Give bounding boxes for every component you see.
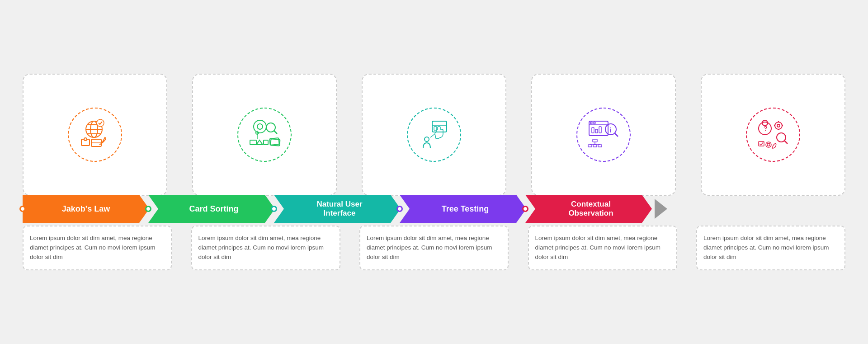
svg-line-34: [615, 133, 618, 137]
dot-jakobs-law: [19, 206, 26, 212]
svg-point-28: [590, 122, 592, 124]
arrow-label-jakobs-law: Jakob's Law: [62, 204, 110, 214]
card-natural-user-interface: [362, 74, 506, 196]
svg-line-25: [430, 134, 435, 137]
svg-point-11: [257, 124, 263, 129]
arrow-item-jakobs-law: Jakob's Law: [23, 195, 149, 223]
desc-card-tree-testing: Lorem ipsum dolor sit dim amet, mea regi…: [528, 226, 677, 270]
desc-card-natural-user-interface: Lorem ipsum dolor sit dim amet, mea regi…: [359, 226, 509, 270]
svg-rect-54: [759, 141, 764, 146]
icon-jakobs-law-svg: [77, 117, 113, 153]
svg-rect-32: [599, 127, 601, 133]
desc-text-tree-testing: Lorem ipsum dolor sit dim amet, mea regi…: [535, 235, 661, 260]
arrow-card-sorting: Card Sorting: [148, 195, 275, 223]
desc-text-jakobs-law: Lorem ipsum dolor sit dim amet, mea regi…: [30, 235, 156, 260]
card-jakobs-law: [23, 74, 167, 196]
card-card-sorting: [192, 74, 337, 196]
desc-card-card-sorting: Lorem ipsum dolor sit dim amet, mea regi…: [191, 226, 340, 270]
arrow-label-card-sorting: Card Sorting: [189, 204, 238, 214]
svg-line-53: [784, 141, 788, 144]
dot-natural-user-interface: [271, 206, 277, 212]
infographic: ?: [14, 74, 854, 270]
card-icon-card-sorting: [237, 108, 292, 162]
svg-rect-16: [264, 140, 268, 145]
svg-point-29: [594, 122, 595, 124]
card-tree-testing: [531, 74, 676, 196]
svg-rect-42: [598, 145, 602, 147]
desc-text-natural-user-interface: Lorem ipsum dolor sit dim amet, mea regi…: [367, 235, 492, 260]
svg-line-13: [274, 131, 277, 134]
svg-rect-37: [593, 139, 597, 142]
description-row: Lorem ipsum dolor sit dim amet, mea regi…: [14, 226, 854, 270]
arrow-item-natural-user-interface: Natural User Interface: [274, 195, 401, 223]
card-icon-jakobs-law: [68, 108, 122, 162]
svg-text:?: ?: [764, 125, 768, 132]
card-icon-natural-user-interface: [407, 108, 461, 162]
icon-tree-testing-svg: [585, 117, 622, 153]
timeline-row: Jakob's Law Card Sorting Natural User In…: [14, 195, 854, 223]
card-icon-contextual-observation: ?: [746, 108, 800, 162]
arrow-label-tree-testing: Tree Testing: [442, 204, 489, 214]
svg-point-56: [767, 143, 770, 146]
svg-marker-15: [256, 140, 263, 145]
svg-rect-40: [588, 145, 592, 147]
card-icon-tree-testing: [576, 108, 631, 162]
svg-point-55: [766, 142, 771, 147]
svg-rect-31: [595, 129, 598, 133]
svg-rect-41: [593, 145, 597, 147]
svg-point-24: [425, 137, 429, 141]
svg-point-10: [254, 120, 266, 133]
desc-card-jakobs-law: Lorem ipsum dolor sit dim amet, mea regi…: [23, 226, 172, 270]
arrow-natural-user-interface: Natural User Interface: [274, 195, 401, 223]
top-cards-row: ?: [14, 74, 854, 196]
desc-text-contextual-observation: Lorem ipsum dolor sit dim amet, mea regi…: [703, 235, 829, 260]
svg-point-5: [97, 119, 104, 127]
arrow-label-natural-user-interface: Natural User Interface: [316, 200, 362, 218]
svg-rect-14: [250, 140, 256, 145]
icon-contextual-observation-svg: ?: [755, 117, 791, 153]
dot-tree-testing: [396, 206, 403, 212]
desc-text-card-sorting: Lorem ipsum dolor sit dim amet, mea regi…: [198, 235, 324, 260]
svg-rect-23: [434, 127, 437, 130]
dot-card-sorting: [145, 206, 151, 212]
svg-point-46: [775, 122, 782, 129]
end-arrow: [655, 199, 667, 219]
icon-card-sorting-svg: [246, 117, 283, 153]
arrow-jakobs-law: Jakob's Law: [23, 195, 149, 223]
icon-natural-user-interface-svg: [416, 117, 452, 153]
arrow-label-contextual-observation: Contextual Observation: [568, 200, 613, 218]
arrow-container: Jakob's Law Card Sorting Natural User In…: [23, 195, 845, 223]
arrow-item-card-sorting: Card Sorting: [148, 195, 275, 223]
svg-rect-30: [592, 127, 594, 133]
dot-contextual-observation: [522, 206, 528, 212]
svg-point-7: [84, 138, 87, 141]
arrow-item-contextual-observation: Contextual Observation: [525, 195, 652, 223]
arrow-contextual-observation: Contextual Observation: [525, 195, 652, 223]
desc-card-contextual-observation: Lorem ipsum dolor sit dim amet, mea regi…: [696, 226, 845, 270]
arrow-item-tree-testing: Tree Testing: [400, 195, 526, 223]
arrow-tree-testing: Tree Testing: [400, 195, 526, 223]
svg-point-47: [777, 124, 780, 127]
card-contextual-observation: ?: [701, 74, 845, 196]
